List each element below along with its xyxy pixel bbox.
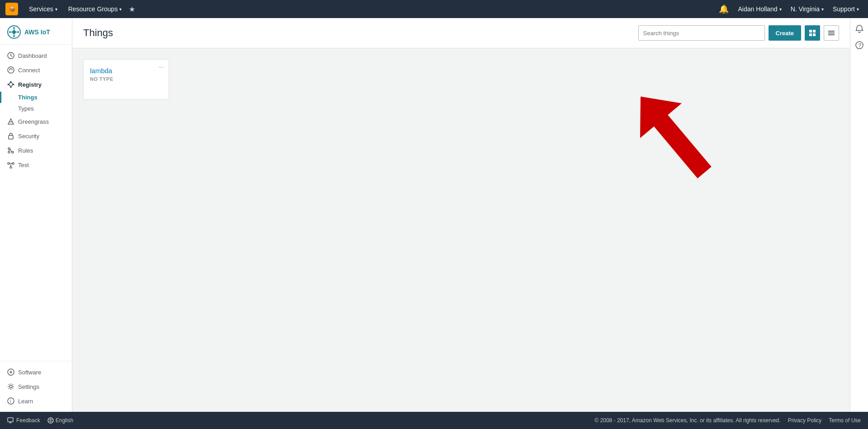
greengrass-icon xyxy=(7,118,14,125)
connect-icon xyxy=(7,66,14,74)
sidebar: AWS IoT Dashboard Connect xyxy=(0,18,72,412)
svg-point-4 xyxy=(13,27,15,29)
sidebar-item-dashboard[interactable]: Dashboard xyxy=(0,48,72,63)
svg-rect-37 xyxy=(809,30,812,33)
sidebar-logo-text: AWS IoT xyxy=(24,28,50,36)
content-header: Things Create xyxy=(72,18,850,48)
svg-rect-38 xyxy=(813,30,816,33)
help-icon[interactable]: ? xyxy=(852,38,867,52)
sidebar-item-rules-label: Rules xyxy=(18,147,33,154)
sidebar-subitem-things-label: Things xyxy=(18,94,38,101)
sidebar-navigation: Dashboard Connect Registry Things xyxy=(0,45,72,361)
svg-text:📦: 📦 xyxy=(9,6,15,12)
svg-rect-20 xyxy=(9,135,13,139)
svg-point-3 xyxy=(12,30,16,34)
sidebar-subitem-types[interactable]: Types xyxy=(0,103,72,114)
svg-point-6 xyxy=(9,31,11,33)
thing-card-menu-icon[interactable]: ··· xyxy=(158,63,164,71)
header-actions: Create xyxy=(638,25,839,41)
svg-rect-47 xyxy=(8,418,13,422)
rules-icon xyxy=(7,147,14,154)
svg-point-16 xyxy=(10,87,12,88)
copyright-text: © 2008 - 2017, Amazon Web Services, Inc.… xyxy=(594,417,780,424)
search-input[interactable] xyxy=(638,25,765,41)
privacy-policy-link[interactable]: Privacy Policy xyxy=(788,417,822,424)
sidebar-item-greengrass-label: Greengrass xyxy=(18,118,49,125)
aws-logo: 📦 xyxy=(5,3,18,15)
sidebar-item-rules[interactable]: Rules xyxy=(0,143,72,158)
favorites-icon[interactable]: ★ xyxy=(129,5,135,14)
thing-card[interactable]: ··· lambda NO TYPE xyxy=(83,59,169,100)
svg-point-28 xyxy=(12,163,14,164)
resource-groups-chevron-icon: ▾ xyxy=(119,7,122,12)
svg-rect-40 xyxy=(813,33,816,36)
grid-view-button[interactable] xyxy=(805,25,820,41)
right-sidebar: ? xyxy=(850,18,868,412)
content-area: Things Create ··· lambda NO TYPE xyxy=(72,18,850,412)
notifications-icon[interactable] xyxy=(852,22,867,36)
notifications-bell-icon[interactable]: 🔔 xyxy=(715,4,732,14)
language-label: English xyxy=(56,417,73,424)
services-menu[interactable]: Services ▾ xyxy=(25,4,61,14)
feedback-label: Feedback xyxy=(16,417,40,424)
sidebar-subitem-things[interactable]: Things xyxy=(0,92,72,103)
sidebar-item-software-label: Software xyxy=(18,369,41,376)
sidebar-item-greengrass[interactable]: Greengrass xyxy=(0,114,72,129)
things-grid: ··· lambda NO TYPE xyxy=(83,59,839,100)
sidebar-item-software[interactable]: Software xyxy=(0,365,72,379)
feedback-button[interactable]: Feedback xyxy=(7,417,40,424)
list-view-button[interactable] xyxy=(824,25,839,41)
services-chevron-icon: ▾ xyxy=(55,7,57,12)
content-body: ··· lambda NO TYPE xyxy=(72,48,850,412)
learn-icon: i xyxy=(7,397,14,405)
svg-rect-43 xyxy=(828,34,835,35)
thing-name[interactable]: lambda xyxy=(90,67,162,75)
svg-point-21 xyxy=(8,148,10,149)
software-icon xyxy=(7,368,14,376)
sidebar-item-test[interactable]: Test xyxy=(0,158,72,172)
svg-point-34 xyxy=(9,385,12,388)
svg-point-14 xyxy=(9,83,13,86)
thing-type: NO TYPE xyxy=(90,76,162,82)
support-menu[interactable]: Support ▾ xyxy=(829,4,863,14)
terms-of-use-link[interactable]: Terms of Use xyxy=(829,417,861,424)
dashboard-icon xyxy=(7,52,14,59)
svg-point-27 xyxy=(8,163,9,164)
footer-right: © 2008 - 2017, Amazon Web Services, Inc.… xyxy=(594,417,861,424)
sidebar-item-connect[interactable]: Connect xyxy=(0,63,72,77)
sidebar-item-learn[interactable]: i Learn xyxy=(0,394,72,408)
svg-rect-42 xyxy=(828,33,835,33)
sidebar-item-registry[interactable]: Registry xyxy=(0,77,72,92)
resource-groups-menu[interactable]: Resource Groups ▾ xyxy=(65,4,126,14)
footer: Feedback English © 2008 - 2017, Amazon W… xyxy=(0,412,868,429)
svg-rect-39 xyxy=(809,33,812,36)
support-chevron-icon: ▾ xyxy=(857,7,859,12)
user-menu[interactable]: Aidan Holland ▾ xyxy=(734,4,785,14)
region-chevron-icon: ▾ xyxy=(821,7,824,12)
svg-rect-41 xyxy=(828,31,835,32)
sidebar-item-security[interactable]: Security xyxy=(0,129,72,143)
svg-line-25 xyxy=(10,149,12,152)
sidebar-item-security-label: Security xyxy=(18,133,39,140)
svg-point-18 xyxy=(13,84,14,85)
svg-point-5 xyxy=(13,35,15,37)
svg-text:?: ? xyxy=(858,42,861,49)
svg-point-13 xyxy=(8,67,14,73)
sidebar-item-settings-label: Settings xyxy=(18,383,39,390)
svg-point-22 xyxy=(12,151,14,153)
top-navigation: 📦 Services ▾ Resource Groups ▾ ★ 🔔 Aidan… xyxy=(0,0,868,18)
sidebar-subitem-types-label: Types xyxy=(18,105,34,112)
svg-point-23 xyxy=(8,151,10,153)
registry-icon xyxy=(7,81,14,88)
sidebar-item-connect-label: Connect xyxy=(18,67,40,74)
create-button[interactable]: Create xyxy=(769,25,801,41)
main-layout: AWS IoT Dashboard Connect xyxy=(0,18,868,412)
sidebar-item-settings[interactable]: Settings xyxy=(0,379,72,394)
settings-icon xyxy=(7,383,14,390)
language-selector[interactable]: English xyxy=(47,417,73,424)
svg-point-7 xyxy=(17,31,19,33)
region-menu[interactable]: N. Virginia ▾ xyxy=(787,4,827,14)
sidebar-item-dashboard-label: Dashboard xyxy=(18,52,47,59)
user-chevron-icon: ▾ xyxy=(779,7,782,12)
svg-point-15 xyxy=(10,81,12,83)
